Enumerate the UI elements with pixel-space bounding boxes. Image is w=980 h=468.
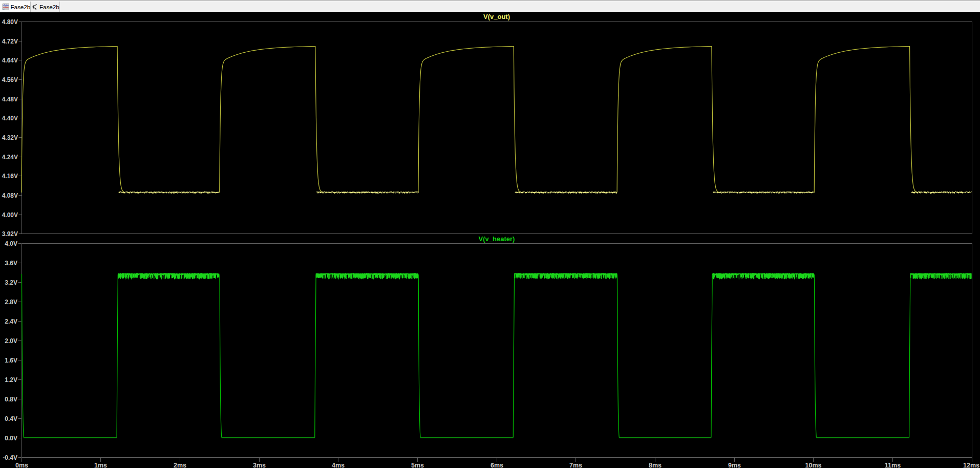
svg-text:-0.4V: -0.4V (3, 454, 17, 461)
svg-text:4.72V: 4.72V (2, 38, 18, 45)
svg-text:3.6V: 3.6V (5, 260, 17, 267)
svg-text:4.00V: 4.00V (2, 211, 18, 219)
svg-text:11ms: 11ms (885, 462, 901, 468)
svg-text:0ms: 0ms (15, 462, 28, 468)
svg-text:4.16V: 4.16V (2, 173, 18, 180)
svg-text:2.0V: 2.0V (5, 337, 17, 345)
svg-text:1ms: 1ms (94, 462, 107, 468)
svg-text:4ms: 4ms (332, 462, 345, 468)
svg-text:4.32V: 4.32V (2, 134, 18, 141)
svg-text:4.0V: 4.0V (5, 240, 17, 247)
svg-text:2.4V: 2.4V (5, 318, 17, 325)
svg-text:3.2V: 3.2V (5, 279, 17, 286)
svg-text:V(v_out): V(v_out) (483, 13, 510, 20)
svg-text:12ms: 12ms (963, 462, 979, 468)
svg-text:8ms: 8ms (649, 462, 662, 468)
svg-text:4.80V: 4.80V (2, 18, 18, 26)
svg-text:10ms: 10ms (805, 462, 822, 468)
svg-text:3.92V: 3.92V (2, 230, 18, 238)
svg-text:1.6V: 1.6V (5, 357, 17, 364)
svg-text:0.4V: 0.4V (5, 415, 17, 422)
svg-text:5ms: 5ms (411, 462, 424, 468)
svg-text:V(v_heater): V(v_heater) (479, 235, 515, 243)
svg-text:4.48V: 4.48V (2, 96, 18, 103)
svg-text:3ms: 3ms (253, 462, 266, 468)
svg-text:4.24V: 4.24V (2, 154, 18, 161)
svg-text:4.40V: 4.40V (2, 115, 18, 122)
svg-text:7ms: 7ms (569, 462, 582, 468)
svg-text:4.64V: 4.64V (2, 57, 18, 64)
svg-text:9ms: 9ms (728, 462, 741, 468)
svg-text:0.0V: 0.0V (5, 435, 17, 442)
svg-text:4.56V: 4.56V (2, 76, 18, 83)
svg-text:1.2V: 1.2V (5, 376, 17, 384)
svg-text:0.8V: 0.8V (5, 396, 17, 403)
svg-text:2.8V: 2.8V (5, 299, 17, 306)
svg-text:4.08V: 4.08V (2, 192, 18, 199)
svg-text:6ms: 6ms (491, 462, 503, 468)
svg-text:2ms: 2ms (174, 462, 186, 468)
